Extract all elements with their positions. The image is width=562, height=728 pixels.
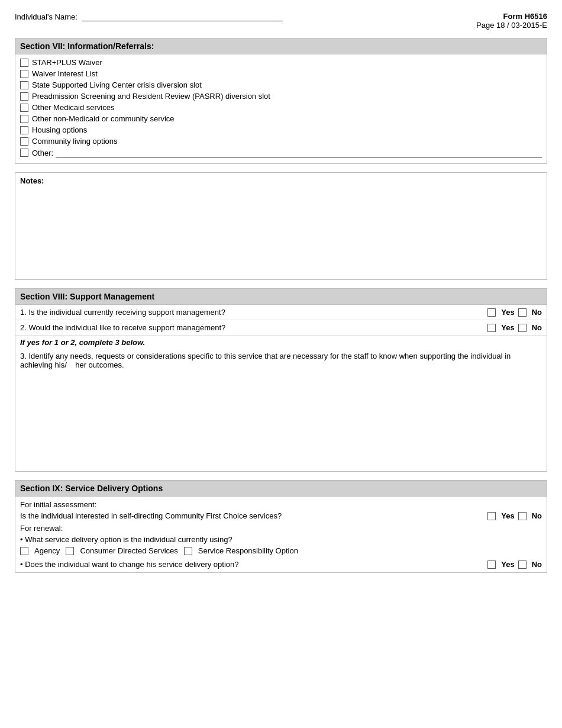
section7-checklist: STAR+PLUS Waiver Waiver Interest List St…: [15, 54, 547, 163]
checkbox-cds[interactable]: [66, 547, 74, 555]
list-item: Other Medicaid services: [20, 103, 542, 112]
checklist-label-housing: Housing options: [32, 125, 87, 134]
no-label-q1: No: [532, 308, 542, 317]
individual-name-area: Individual's Name:: [15, 12, 283, 21]
checkbox-starplus[interactable]: [20, 59, 28, 67]
yn-sd-yes: Yes: [487, 511, 514, 520]
notes-area: Notes:: [15, 173, 547, 279]
for-initial-label: For initial assessment:: [20, 500, 542, 509]
page-header: Individual's Name: Form H6516 Page 18 / …: [15, 12, 547, 30]
section8-header: Section VIII: Support Management: [15, 289, 547, 305]
yn-yes2: Yes: [487, 323, 514, 332]
section7-header: Section VII: Information/Referrals:: [15, 38, 547, 54]
section8-block: Section VIII: Support Management 1. Is t…: [15, 288, 547, 472]
list-item: Other non-Medicaid or community service: [20, 114, 542, 123]
list-item: Waiver Interest List: [20, 69, 542, 78]
section8-q1-text: 1. Is the individual currently receiving…: [20, 308, 487, 317]
yn-no1: No: [518, 308, 542, 317]
no-label-q2: No: [532, 323, 542, 332]
checkbox-pasrr[interactable]: [20, 92, 28, 101]
list-item: Preadmission Screening and Resident Revi…: [20, 92, 542, 101]
section8-q2-row: 2. Would the individual like to receive …: [15, 320, 547, 336]
change-yesno: Yes No: [487, 560, 542, 569]
what-option-bullet: • What service delivery option is the in…: [20, 535, 542, 544]
checklist-label-pasrr: Preadmission Screening and Resident Revi…: [32, 92, 270, 101]
change-no-label: No: [532, 560, 542, 569]
checkbox-agency[interactable]: [20, 547, 28, 555]
sd-no-label: No: [532, 511, 542, 520]
list-item: Housing options: [20, 125, 542, 134]
for-renewal-label: For renewal:: [20, 524, 542, 533]
agency-option: Agency: [20, 546, 60, 555]
yn-no2: No: [518, 323, 542, 332]
checkbox-q2-yes[interactable]: [487, 324, 496, 332]
checkbox-change-no[interactable]: [518, 561, 527, 569]
page-info: Page 18 / 03-2015-E: [476, 21, 547, 30]
checklist-label-community-living: Community living options: [32, 137, 118, 146]
yn-yes1: Yes: [487, 308, 514, 317]
section8-q2-yesno: Yes No: [487, 323, 542, 332]
cds-label: Consumer Directed Services: [80, 546, 177, 555]
change-yes-label: Yes: [501, 560, 514, 569]
form-number: Form H6516: [476, 12, 547, 21]
yn-sd-no: No: [518, 511, 542, 520]
section9-block: Section IX: Service Delivery Options For…: [15, 480, 547, 573]
other-line: Other:: [20, 148, 542, 157]
checklist-label-sslc: State Supported Living Center crisis div…: [32, 80, 202, 89]
checkbox-waiver-interest[interactable]: [20, 70, 28, 78]
sro-option: Service Responsibility Option: [184, 546, 298, 555]
sro-label: Service Responsibility Option: [198, 546, 298, 555]
section7-block: Section VII: Information/Referrals: STAR…: [15, 38, 547, 164]
section9-body: For initial assessment: Is the individua…: [15, 497, 547, 572]
section8-q3-answer-area[interactable]: [15, 371, 547, 471]
service-options-row: Agency Consumer Directed Services Servic…: [20, 546, 542, 555]
notes-block: Notes:: [15, 172, 547, 280]
change-bullet-text: • Does the individual want to change his…: [20, 560, 487, 569]
checkbox-sslc[interactable]: [20, 81, 28, 89]
section9-header: Section IX: Service Delivery Options: [15, 481, 547, 497]
list-item: STAR+PLUS Waiver: [20, 58, 542, 67]
checklist-label-non-medicaid: Other non-Medicaid or community service: [32, 114, 175, 123]
self-direct-question: Is the individual interested in self-dir…: [20, 511, 487, 520]
list-item: State Supported Living Center crisis div…: [20, 80, 542, 89]
form-id-block: Form H6516 Page 18 / 03-2015-E: [476, 12, 547, 30]
sd-yes-label: Yes: [501, 511, 514, 520]
agency-label: Agency: [34, 546, 60, 555]
change-option-row: • Does the individual want to change his…: [20, 560, 542, 569]
checklist-label-waiver-interest: Waiver Interest List: [32, 69, 98, 78]
checkbox-other-medicaid[interactable]: [20, 104, 28, 112]
checklist-label-other-medicaid: Other Medicaid services: [32, 103, 114, 112]
cds-option: Consumer Directed Services: [66, 546, 177, 555]
notes-label: Notes:: [20, 176, 542, 185]
yes-label-q1: Yes: [501, 308, 514, 317]
section8-q3-text: 3. Identify any needs, requests or consi…: [15, 349, 547, 371]
self-direct-yesno: Yes No: [487, 511, 542, 520]
checkbox-q2-no[interactable]: [518, 324, 527, 332]
checkbox-q1-no[interactable]: [518, 308, 527, 317]
section8-q1-row: 1. Is the individual currently receiving…: [15, 305, 547, 320]
checkbox-housing[interactable]: [20, 126, 28, 134]
checkbox-sro[interactable]: [184, 547, 192, 555]
checkbox-q1-yes[interactable]: [487, 308, 496, 317]
section8-q2-text: 2. Would the individual like to receive …: [20, 323, 487, 332]
other-label: Other:: [32, 149, 53, 157]
checkbox-change-yes[interactable]: [487, 561, 496, 569]
individual-name-label: Individual's Name:: [15, 12, 77, 21]
yes-label-q2: Yes: [501, 323, 514, 332]
list-item: Community living options: [20, 137, 542, 146]
checkbox-sd-no[interactable]: [518, 512, 527, 520]
self-direct-row: Is the individual interested in self-dir…: [20, 511, 542, 520]
yn-change-yes: Yes: [487, 560, 514, 569]
other-text-input-line: [56, 148, 542, 157]
section8-q1-yesno: Yes No: [487, 308, 542, 317]
if-yes-instruction: If yes for 1 or 2, complete 3 below.: [15, 336, 547, 349]
individual-name-line: [82, 12, 283, 21]
checkbox-sd-yes[interactable]: [487, 512, 496, 520]
checkbox-community-living[interactable]: [20, 137, 28, 146]
checkbox-other[interactable]: [20, 149, 28, 157]
checkbox-non-medicaid[interactable]: [20, 115, 28, 123]
yn-change-no: No: [518, 560, 542, 569]
checklist-label-starplus: STAR+PLUS Waiver: [32, 58, 102, 67]
